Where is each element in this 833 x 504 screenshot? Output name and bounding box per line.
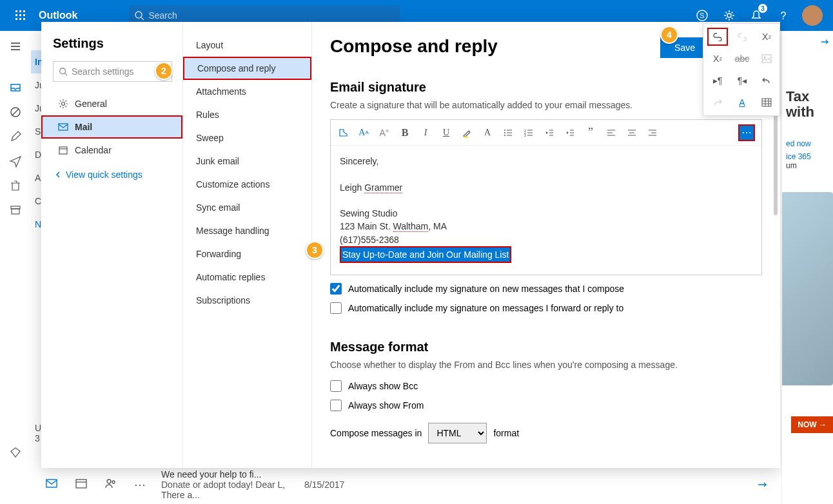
ad-image [781,192,833,385]
pencil-icon[interactable] [9,130,22,143]
sub-autoreply[interactable]: Automatic replies [183,266,311,289]
highlight-icon[interactable] [461,127,473,139]
quote-icon[interactable]: ” [585,127,596,139]
sub-sync[interactable]: Sync email [183,196,311,219]
rtl-icon[interactable]: ¶◂ [732,72,752,90]
bottom-bar: ⋯ We need your help to fi... Donate or a… [41,468,780,501]
ad-close-icon[interactable] [820,37,829,46]
svg-rect-18 [12,209,19,214]
compose-format-row: Compose messages in HTML format [330,423,762,443]
search-icon [134,10,144,21]
callout-4: 4 [660,26,678,44]
svg-point-54 [764,57,766,59]
search-input[interactable] [148,10,395,21]
inbox-icon[interactable] [9,81,22,94]
svg-rect-22 [59,124,68,130]
sub-compose-reply[interactable]: Compose and reply [183,57,311,80]
svg-text:3: 3 [524,133,526,137]
send-icon[interactable] [9,155,22,168]
settings-submenu: Layout Compose and reply Attachments Rul… [183,22,312,468]
redo-icon[interactable] [707,93,728,111]
sub-attachments[interactable]: Attachments [183,80,311,103]
indent-icon[interactable] [564,127,576,139]
subscript-icon[interactable]: X2 [707,50,728,68]
svg-point-13 [727,14,731,17]
svg-line-20 [65,73,68,76]
menu-icon[interactable] [9,40,22,53]
trash-icon[interactable] [9,179,22,192]
block-icon[interactable] [9,106,22,119]
nav-mail[interactable]: Mail [41,115,182,139]
svg-rect-3 [15,14,17,16]
svg-point-9 [135,12,142,18]
clear-format-icon[interactable]: A [732,93,752,111]
insert-link-icon[interactable] [707,28,728,46]
ad-cta-button[interactable]: NOW → [791,416,833,433]
font-icon[interactable]: AA [358,127,369,139]
align-center-icon[interactable] [626,127,638,139]
outdent-icon[interactable] [544,127,555,139]
align-left-icon[interactable] [605,127,617,139]
sub-rules[interactable]: Rules [183,103,311,126]
diamond-icon[interactable] [9,446,22,459]
search-icon [59,67,68,76]
strikethrough-icon[interactable]: abc [732,50,752,68]
insert-image-icon[interactable] [756,50,777,68]
left-rail [0,31,31,504]
bold-icon[interactable]: B [399,127,411,139]
people-icon[interactable] [104,478,117,489]
undo-icon[interactable] [756,72,777,90]
svg-point-21 [62,102,65,106]
underline-icon[interactable]: U [440,127,452,139]
notif-badge: 3 [758,4,767,13]
numbering-icon[interactable]: 123 [523,127,534,139]
svg-rect-53 [762,55,771,63]
sub-forwarding[interactable]: Forwarding [183,242,311,266]
sub-customize[interactable]: Customize actions [183,173,311,196]
mail-icon[interactable] [45,478,58,489]
nav-general[interactable]: General [53,92,182,115]
more-formatting-button[interactable]: ⋯ [738,124,755,141]
sub-sweep[interactable]: Sweep [183,126,311,150]
font-color-icon[interactable]: A [482,127,493,139]
sub-handling[interactable]: Message handling [183,219,311,242]
svg-rect-8 [23,18,25,20]
sub-junk[interactable]: Junk email [183,150,311,173]
superscript-icon[interactable]: X2 [756,28,777,46]
archive-icon[interactable] [9,204,22,217]
chk-bcc[interactable]: Always show Bcc [330,380,762,392]
signature-body[interactable]: Sincerely, Leigh Grammer Sewing Studio 1… [331,146,761,275]
chk-sig-reply[interactable]: Automatically include my signature on me… [330,302,762,314]
signature-selected-text[interactable]: Stay Up-to-Date and Join Our Mailing Lis… [340,246,511,263]
ltr-icon[interactable]: ▸¶ [707,72,728,90]
svg-point-63 [107,480,111,483]
more-icon[interactable]: ⋯ [134,478,146,492]
format-heading: Message format [330,340,762,354]
svg-rect-6 [15,18,17,20]
chevron-left-icon [54,171,62,179]
chk-sig-new[interactable]: Automatically include my signature on ne… [330,283,762,295]
message-row[interactable]: We need your help to fi... Donate or ado… [161,469,290,500]
svg-point-26 [504,130,505,131]
sub-layout[interactable]: Layout [183,34,311,57]
view-quick-settings[interactable]: View quick settings [53,170,182,180]
nav-calendar[interactable]: Calendar [53,139,182,162]
calendar-icon[interactable] [75,478,88,489]
italic-icon[interactable]: I [420,127,431,139]
remove-link-icon[interactable] [732,28,752,46]
svg-point-27 [504,132,505,133]
table-icon[interactable] [756,93,777,111]
avatar[interactable] [802,5,823,26]
font-size-icon[interactable]: A° [378,127,390,139]
svg-rect-61 [76,480,86,488]
chk-from[interactable]: Always show From [330,400,762,411]
bullets-icon[interactable] [502,127,514,139]
sub-subscriptions[interactable]: Subscriptions [183,289,311,312]
ad-marker-icon[interactable] [757,480,767,489]
format-painter-icon[interactable] [337,127,349,139]
signature-toolbar: AA A° B I U A 123 ” ⋯ [331,120,761,146]
compose-format-select[interactable]: HTML [428,423,487,443]
app-launcher-icon[interactable] [5,0,36,31]
svg-point-64 [112,481,115,483]
align-right-icon[interactable] [647,127,658,139]
